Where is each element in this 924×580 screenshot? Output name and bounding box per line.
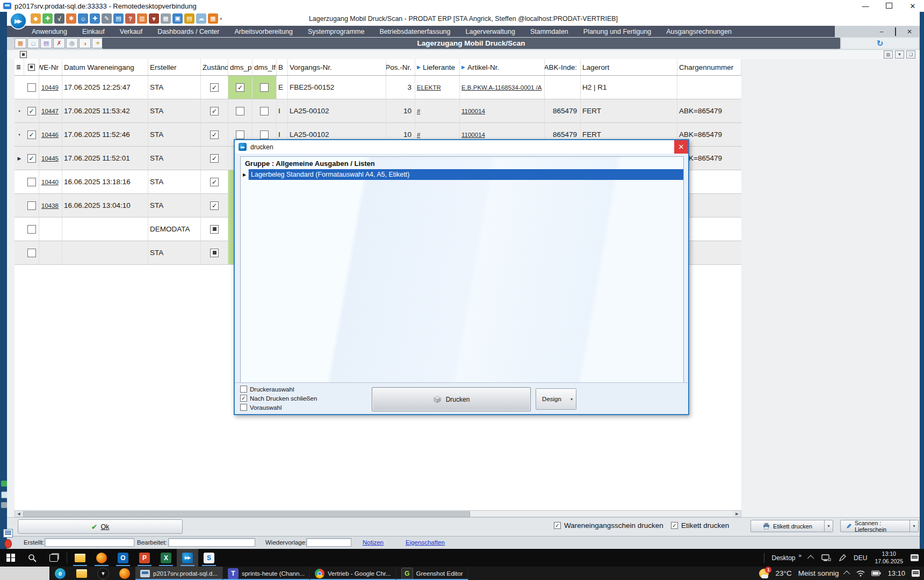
- tray-expand-icon[interactable]: [843, 571, 850, 578]
- we-nr-cell[interactable]: 10446: [39, 123, 62, 146]
- artikel-nr-link[interactable]: 1100014: [461, 132, 485, 138]
- zustaendig-checkbox[interactable]: [210, 178, 219, 186]
- column-header-artikel-nr-[interactable]: ▶Artikel-Nr.: [460, 59, 545, 75]
- desktop-toolbar-chevrons[interactable]: »: [799, 553, 802, 559]
- row-select-cell[interactable]: [24, 147, 39, 170]
- row-select-checkbox[interactable]: [27, 201, 36, 210]
- excel-taskbar-icon[interactable]: X: [155, 549, 177, 567]
- taskbar-task-rdp[interactable]: p2017srv.prodat-sql.d...: [135, 567, 223, 580]
- column-header-dms-lfs[interactable]: dms_lfs: [252, 59, 277, 75]
- desktop-toolbar-label[interactable]: Desktop: [772, 554, 796, 562]
- dms-pi-checkbox[interactable]: [236, 83, 244, 92]
- scrollbar-thumb[interactable]: [23, 511, 470, 517]
- column-header-lieferante[interactable]: ▶Lieferante: [415, 59, 460, 75]
- help-package-icon[interactable]: ?: [125, 13, 135, 24]
- artikel-nr-link[interactable]: E.B.PKW.A-1168534-0001 /A: [461, 84, 542, 91]
- zustaendig-cell[interactable]: [201, 241, 228, 264]
- window-forward-icon[interactable]: ▤: [113, 13, 124, 24]
- artikel-nr-link[interactable]: 1100014: [461, 108, 485, 114]
- row-select-cell[interactable]: [24, 218, 39, 241]
- firefox-taskbar-icon[interactable]: [91, 549, 112, 567]
- edge-taskbar-icon[interactable]: e: [49, 567, 71, 580]
- note-add-icon[interactable]: ✚: [42, 13, 53, 24]
- horizontal-scrollbar[interactable]: ◀ ▶: [15, 510, 741, 517]
- package-icon[interactable]: ▥: [137, 13, 147, 24]
- new-window-icon[interactable]: □: [27, 38, 39, 48]
- zustaendig-cell[interactable]: [201, 147, 228, 170]
- image-preview-icon[interactable]: ▨: [884, 50, 893, 59]
- we-nr-link[interactable]: 10447: [41, 108, 59, 114]
- remote-notification-icon[interactable]: [911, 554, 919, 561]
- row-select-checkbox[interactable]: [27, 225, 36, 234]
- user-add-icon[interactable]: ✚: [90, 13, 100, 24]
- cascade-windows-icon[interactable]: ❏: [906, 50, 915, 59]
- etikett-drucken-checkbox[interactable]: [671, 522, 678, 529]
- filter-remove-icon[interactable]: ✗: [53, 38, 65, 48]
- we-nr-link[interactable]: 10445: [41, 155, 59, 162]
- selected-template-item[interactable]: Lagerbeleg Standard (Formatauswahl A4, A…: [249, 169, 683, 180]
- zustaendig-cell[interactable]: [201, 218, 228, 241]
- zustaendig-checkbox[interactable]: [210, 107, 219, 115]
- row-select-checkbox[interactable]: [27, 178, 36, 186]
- launcher-icon[interactable]: ◆: [31, 13, 41, 24]
- lieferant-cell[interactable]: #: [415, 99, 460, 122]
- vorauswahl-checkbox[interactable]: [240, 404, 247, 411]
- select-all-checkbox[interactable]: [20, 51, 27, 58]
- we-nr-cell[interactable]: 10445: [39, 147, 62, 170]
- rdp-restore-button[interactable]: [885, 2, 893, 10]
- list-icon[interactable]: [3, 529, 13, 538]
- prodat-logo-icon[interactable]: ▶▶: [10, 12, 27, 30]
- menu-item-einkauf[interactable]: Einkauf: [75, 26, 112, 37]
- menu-item-arbeitsvorbereitung[interactable]: Arbeitsvorbereitung: [227, 26, 300, 37]
- bag-icon[interactable]: ▼: [149, 13, 159, 24]
- desktop-shortcut-icon[interactable]: [1, 481, 7, 487]
- row-select-cell[interactable]: [24, 76, 39, 99]
- wiedervorlage-field[interactable]: [306, 538, 351, 547]
- menu-item-systemprogramme[interactable]: Systemprogramme: [300, 26, 372, 37]
- zustaendig-cell[interactable]: [201, 170, 228, 193]
- dms-pi-checkbox[interactable]: [236, 107, 244, 115]
- nach-drucken-checkbox[interactable]: [240, 395, 247, 402]
- we-nr-cell[interactable]: 10440: [39, 170, 62, 193]
- zustaendig-checkbox[interactable]: [210, 249, 219, 257]
- row-select-checkbox[interactable]: [27, 107, 36, 115]
- ok-button[interactable]: ✔ Ok: [18, 519, 183, 534]
- dms-pi-cell[interactable]: [228, 76, 252, 99]
- lieferant-link[interactable]: #: [417, 132, 420, 138]
- table-view-icon[interactable]: ▦: [15, 38, 26, 48]
- dms-lfs-checkbox[interactable]: [260, 130, 269, 139]
- zustaendig-checkbox[interactable]: [210, 225, 219, 234]
- menu-item-betriebsdatenerfassung[interactable]: Betriebsdatenerfassung: [372, 26, 458, 37]
- file-explorer-taskbar-icon[interactable]: [69, 549, 91, 567]
- keyboard-language[interactable]: DEU: [854, 554, 867, 562]
- collapse-icon[interactable]: ▼: [895, 50, 904, 59]
- we-nr-link[interactable]: 10449: [41, 84, 59, 91]
- task-view-taskbar-icon[interactable]: [43, 549, 64, 567]
- column-header-abk-inde-[interactable]: ABK-Inde:: [545, 59, 581, 75]
- taskbar-task-teams[interactable]: Tsprints-heute (Chann...: [223, 567, 310, 580]
- zustaendig-cell[interactable]: [201, 194, 228, 217]
- scannen-dropdown[interactable]: ▾: [910, 520, 919, 532]
- tray-expand-icon[interactable]: [807, 555, 814, 562]
- copy-icon[interactable]: ▤: [40, 38, 52, 48]
- dms-lfs-cell[interactable]: [252, 99, 277, 122]
- menu-item-stammdaten[interactable]: Stammdaten: [523, 26, 576, 37]
- ssms-taskbar-icon[interactable]: S: [198, 549, 220, 567]
- we-nr-link[interactable]: 10440: [41, 179, 59, 185]
- app-restore-button[interactable]: [892, 28, 899, 35]
- design-button[interactable]: Design: [536, 388, 568, 410]
- template-list-row[interactable]: ▶ Lagerbeleg Standard (Formatauswahl A4,…: [241, 169, 683, 180]
- display-network-icon[interactable]: [821, 554, 831, 562]
- zustaendig-checkbox[interactable]: [210, 201, 219, 210]
- start-taskbar-icon[interactable]: [0, 549, 21, 567]
- row-select-checkbox[interactable]: [27, 249, 36, 257]
- vorauswahl-option[interactable]: Vorauswahl: [240, 404, 281, 411]
- design-dropdown[interactable]: ▾: [567, 388, 576, 410]
- zustaendig-cell[interactable]: [201, 76, 228, 99]
- powerpoint-taskbar-icon[interactable]: P: [134, 549, 155, 567]
- select-all-header[interactable]: [24, 59, 39, 75]
- we-nr-cell[interactable]: [39, 218, 62, 241]
- firefox-taskbar-icon[interactable]: [114, 567, 135, 580]
- weather-temp[interactable]: 23°C: [775, 569, 791, 577]
- app-minimize-button[interactable]: –: [878, 28, 885, 35]
